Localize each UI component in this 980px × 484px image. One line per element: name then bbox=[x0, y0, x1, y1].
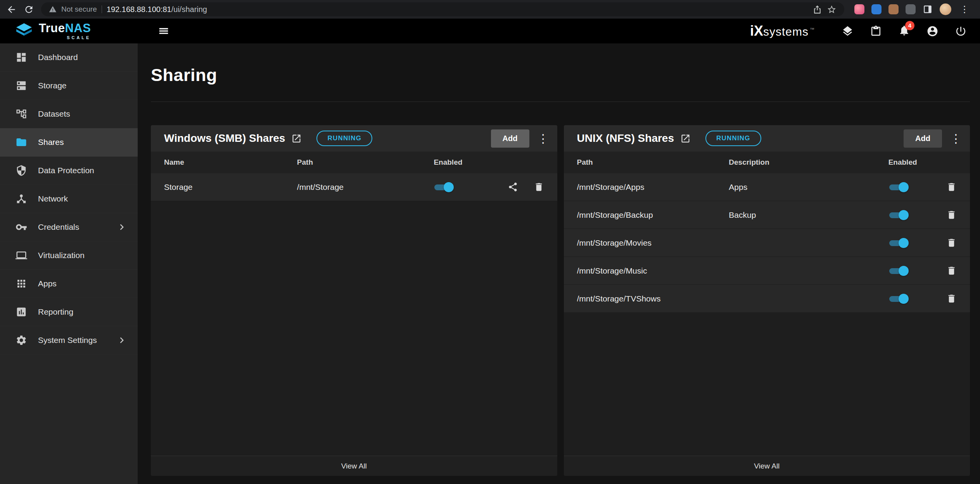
brand-name-nas: NAS bbox=[65, 21, 91, 35]
column-header-path: Path bbox=[297, 158, 434, 167]
toggle-knob bbox=[899, 238, 909, 248]
profile-avatar[interactable] bbox=[940, 3, 951, 15]
sidebar-item-label: Data Protection bbox=[38, 166, 94, 175]
share-page-icon[interactable] bbox=[812, 5, 822, 14]
gear-icon bbox=[16, 334, 27, 346]
nfs-kebab-menu-icon[interactable]: ⋮ bbox=[950, 132, 962, 145]
cell-path: /mnt/Storage/Movies bbox=[577, 238, 729, 248]
toggle-knob bbox=[899, 266, 909, 276]
reload-icon[interactable] bbox=[24, 4, 34, 15]
delete-icon[interactable] bbox=[946, 210, 957, 220]
body-row: Dashboard Storage Datasets Shares Data P… bbox=[0, 43, 980, 484]
nfs-table-row: /mnt/Storage/Apps Apps bbox=[564, 173, 970, 201]
sidebar-item-storage[interactable]: Storage bbox=[0, 72, 138, 100]
column-header-path: Path bbox=[577, 158, 729, 167]
cell-description: Backup bbox=[729, 210, 888, 220]
sidebar-item-data-protection[interactable]: Data Protection bbox=[0, 157, 138, 185]
enabled-toggle[interactable] bbox=[888, 265, 909, 277]
delete-icon[interactable] bbox=[946, 265, 957, 276]
open-in-new-icon[interactable] bbox=[291, 133, 302, 144]
dashboard-icon bbox=[16, 52, 27, 63]
toggle-knob bbox=[899, 210, 909, 220]
chevron-right-icon bbox=[116, 221, 128, 233]
truenas-logo[interactable]: TrueNAS SCALE bbox=[0, 22, 138, 40]
delete-icon[interactable] bbox=[946, 238, 957, 248]
toggle-knob bbox=[899, 182, 909, 192]
enabled-toggle[interactable] bbox=[888, 209, 909, 221]
enabled-toggle[interactable] bbox=[888, 293, 909, 305]
account-icon[interactable] bbox=[926, 25, 939, 37]
delete-icon[interactable] bbox=[534, 182, 544, 192]
sidebar-item-credentials[interactable]: Credentials bbox=[0, 213, 138, 241]
smb-card-header: Windows (SMB) Shares RUNNING Add ⋮ bbox=[151, 125, 557, 152]
laptop-icon bbox=[16, 250, 27, 261]
address-bar[interactable]: Not secure 192.168.88.100:81/ui/sharing bbox=[41, 2, 844, 16]
back-icon[interactable] bbox=[6, 4, 17, 15]
enabled-toggle[interactable] bbox=[888, 181, 909, 193]
key-icon bbox=[16, 221, 27, 233]
sidebar-item-label: Credentials bbox=[38, 222, 79, 232]
nfs-table-row: /mnt/Storage/Backup Backup bbox=[564, 201, 970, 229]
smb-status-badge: RUNNING bbox=[316, 131, 372, 146]
bookmark-star-icon[interactable] bbox=[827, 5, 837, 14]
cell-name: Storage bbox=[164, 183, 297, 192]
extension-icon-1[interactable] bbox=[854, 4, 864, 14]
sidebar-item-label: Dashboard bbox=[38, 53, 78, 62]
sidebar-item-apps[interactable]: Apps bbox=[0, 270, 138, 298]
jobs-clipboard-icon[interactable] bbox=[870, 25, 882, 37]
not-secure-warning-icon bbox=[49, 5, 57, 13]
enabled-toggle[interactable] bbox=[434, 181, 454, 193]
sidebar-item-network[interactable]: Network bbox=[0, 185, 138, 213]
sidebar-item-virtualization[interactable]: Virtualization bbox=[0, 241, 138, 270]
extension-icon-2[interactable] bbox=[871, 4, 881, 14]
open-in-new-icon[interactable] bbox=[680, 133, 691, 144]
extension-icon-4[interactable] bbox=[906, 4, 916, 14]
notification-badge: 4 bbox=[905, 21, 914, 30]
truenas-logo-text: TrueNAS SCALE bbox=[39, 22, 91, 40]
url-text: 192.168.88.100:81/ui/sharing bbox=[107, 5, 207, 14]
side-panel-icon[interactable] bbox=[923, 4, 933, 14]
delete-icon[interactable] bbox=[946, 182, 957, 192]
storage-icon bbox=[16, 80, 27, 91]
nfs-table-header: Path Description Enabled bbox=[564, 152, 970, 173]
nfs-table-row: /mnt/Storage/TVShows bbox=[564, 285, 970, 313]
nfs-table-empty-area bbox=[564, 313, 970, 456]
sidebar-item-reporting[interactable]: Reporting bbox=[0, 298, 138, 326]
network-hub-icon bbox=[16, 193, 27, 205]
browser-menu-icon[interactable]: ⋮ bbox=[958, 5, 971, 14]
sidebar-item-label: Virtualization bbox=[38, 251, 85, 260]
row-actions bbox=[486, 182, 544, 192]
smb-add-button[interactable]: Add bbox=[491, 129, 529, 148]
column-header-enabled: Enabled bbox=[888, 158, 926, 167]
column-header-description: Description bbox=[729, 158, 888, 167]
ix-logo-ix: iX bbox=[750, 23, 763, 39]
ixsystems-logo[interactable]: iX systems ™ bbox=[750, 23, 814, 39]
header-actions: iX systems ™ 4 bbox=[750, 23, 980, 39]
sidebar-item-label: Storage bbox=[38, 81, 67, 90]
nfs-view-all-button[interactable]: View All bbox=[564, 456, 970, 476]
smb-view-all-button[interactable]: View All bbox=[151, 456, 557, 476]
sidebar-item-shares[interactable]: Shares bbox=[0, 128, 138, 157]
status-layers-icon[interactable] bbox=[842, 25, 854, 37]
sidebar-item-datasets[interactable]: Datasets bbox=[0, 100, 138, 128]
enabled-toggle[interactable] bbox=[888, 237, 909, 249]
sidebar-item-label: Network bbox=[38, 194, 68, 203]
smb-kebab-menu-icon[interactable]: ⋮ bbox=[537, 132, 550, 145]
notifications-button[interactable]: 4 bbox=[898, 24, 910, 38]
hamburger-menu-icon[interactable] bbox=[158, 25, 169, 37]
smb-shares-card: Windows (SMB) Shares RUNNING Add ⋮ Name … bbox=[151, 125, 557, 476]
page-title: Sharing bbox=[151, 65, 970, 85]
power-icon[interactable] bbox=[955, 25, 967, 37]
row-actions bbox=[926, 293, 957, 304]
nfs-add-button[interactable]: Add bbox=[904, 129, 942, 148]
extension-icon-3[interactable] bbox=[888, 4, 899, 14]
cell-path: /mnt/Storage/Backup bbox=[577, 210, 729, 220]
cards-row: Windows (SMB) Shares RUNNING Add ⋮ Name … bbox=[151, 125, 970, 484]
delete-icon[interactable] bbox=[946, 293, 957, 304]
sidebar-item-system-settings[interactable]: System Settings bbox=[0, 326, 138, 355]
smb-table-row: Storage /mnt/Storage bbox=[151, 173, 557, 201]
row-actions bbox=[926, 265, 957, 276]
sidebar-item-label: Reporting bbox=[38, 307, 73, 317]
sidebar-item-dashboard[interactable]: Dashboard bbox=[0, 43, 138, 72]
share-action-icon[interactable] bbox=[508, 182, 518, 192]
